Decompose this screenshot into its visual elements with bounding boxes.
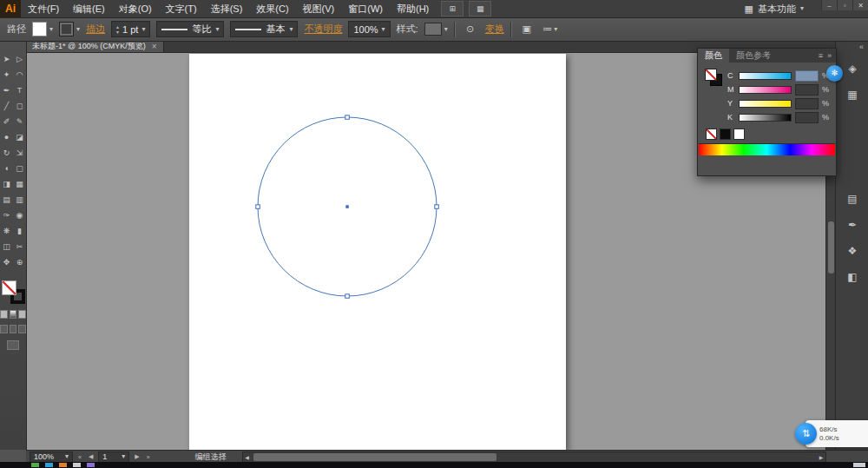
workspace-switcher[interactable]: ▦ 基本功能 ▾ [736, 3, 812, 16]
minimize-button[interactable]: – [821, 0, 837, 10]
artboard-tool[interactable]: ◫ [0, 239, 13, 254]
screen-capture-overlay-icon[interactable]: ✻ [826, 65, 843, 82]
black-swatch-button[interactable] [720, 129, 731, 140]
first-artboard-button[interactable]: « [76, 454, 83, 460]
brushes-panel-icon[interactable]: ✒ [842, 214, 863, 235]
width-tool[interactable]: ◖ [0, 161, 13, 176]
menu-item[interactable]: 对象(O) [112, 0, 159, 17]
graphic-styles-panel-icon[interactable]: ◧ [842, 267, 863, 287]
none-mode-button[interactable] [18, 310, 26, 319]
blend-tool[interactable]: ◉ [13, 208, 26, 223]
adjustments-panel-icon[interactable]: ▦ [842, 84, 863, 105]
stroke-panel-link[interactable]: 描边 [86, 23, 105, 36]
taskbar-app-icon[interactable] [59, 463, 67, 467]
channel-slider[interactable] [739, 100, 792, 108]
tab-color-guide[interactable]: 颜色参考 [729, 49, 778, 63]
blob-brush-tool[interactable]: ● [0, 129, 13, 145]
arrange-documents-icon[interactable]: ⊞ [441, 1, 464, 16]
magic-wand-tool[interactable]: ✦ [0, 67, 13, 82]
perspective-grid-tool[interactable]: ▦ [13, 176, 26, 192]
draw-behind-button[interactable] [10, 325, 17, 333]
zoom-tool[interactable]: ⊕ [13, 254, 26, 270]
channel-slider[interactable] [739, 72, 792, 80]
menu-item[interactable]: 窗口(W) [341, 0, 390, 17]
hand-tool[interactable]: ✥ [0, 254, 13, 270]
tab-color[interactable]: 颜色 [698, 49, 729, 63]
swatches-panel-icon[interactable]: ▤ [842, 188, 863, 209]
stepper-down-icon[interactable]: ▾ [116, 30, 119, 35]
taskbar-app-icon[interactable] [31, 463, 39, 467]
select-similar-objects-icon[interactable]: ≔ ▾ [542, 22, 559, 37]
stepper-icon[interactable]: ▴ ▾ [116, 24, 119, 35]
direct-selection-tool[interactable]: ▷ [13, 51, 26, 67]
stroke-color-control[interactable]: ▾ [59, 22, 80, 36]
symbols-panel-icon[interactable]: ❖ [842, 241, 863, 261]
network-speed-overlay[interactable]: ⇅ 68K/s 0.0K/s [806, 420, 868, 447]
eyedropper-tool[interactable]: ✑ [0, 208, 13, 223]
stroke-color-swatch[interactable] [59, 22, 74, 36]
menu-item[interactable]: 文件(F) [21, 0, 66, 17]
panel-fill-swatch-none[interactable] [705, 69, 717, 81]
fill-swatch-none[interactable] [2, 280, 16, 295]
symbol-sprayer-tool[interactable]: ❋ [0, 223, 13, 239]
paintbrush-tool[interactable]: ✐ [0, 114, 13, 129]
brush-definition-dropdown[interactable]: 基本 ▾ [230, 21, 298, 37]
scrollbar-thumb[interactable] [253, 453, 496, 461]
gradient-mode-button[interactable] [10, 310, 17, 319]
panel-menu-icon[interactable]: ≡ [819, 51, 823, 60]
taskbar-app-icon[interactable] [73, 463, 81, 467]
line-segment-tool[interactable]: ╱ [0, 98, 13, 114]
rectangle-tool[interactable]: ◻ [13, 98, 26, 114]
channel-value-field[interactable] [795, 112, 819, 123]
scroll-right-arrow[interactable]: ▶ [817, 452, 825, 462]
network-speed-icon[interactable]: ⇅ [795, 423, 817, 445]
type-tool[interactable]: T [13, 82, 26, 98]
graphic-style-swatch[interactable] [424, 23, 442, 36]
close-button[interactable]: ✕ [852, 0, 868, 10]
channel-value-field[interactable] [795, 70, 819, 82]
stroke-weight-field[interactable]: ▴ ▾ 1 pt ▾ [111, 21, 150, 37]
artboard-number-dropdown[interactable]: 1 ▾ [98, 452, 129, 463]
pen-tool[interactable]: ✒ [0, 82, 13, 98]
screen-mode-button[interactable] [7, 340, 19, 350]
channel-slider[interactable] [739, 86, 792, 94]
next-artboard-button[interactable]: ▶ [133, 453, 141, 460]
menu-item[interactable]: 视图(V) [296, 0, 342, 17]
eraser-tool[interactable]: ◪ [13, 129, 26, 145]
fill-none-swatch[interactable] [32, 22, 47, 36]
menu-item[interactable]: 效果(C) [249, 0, 295, 17]
last-artboard-button[interactable]: » [145, 454, 152, 460]
draw-normal-button[interactable] [0, 325, 8, 333]
shape-builder-tool[interactable]: ◨ [0, 176, 13, 192]
menu-item[interactable]: 选择(S) [204, 0, 250, 17]
color-spectrum[interactable] [699, 143, 835, 155]
taskbar-tray[interactable] [853, 463, 865, 467]
taskbar-app-icon[interactable] [45, 463, 53, 467]
prev-artboard-button[interactable]: ◀ [87, 453, 95, 460]
width-profile-dropdown[interactable]: 等比 ▾ [156, 21, 224, 37]
opacity-panel-link[interactable]: 不透明度 [304, 23, 342, 36]
document-tab[interactable]: 未标题-1* @ 100% (CMYK/预览) × [26, 41, 164, 52]
none-swatch-button[interactable] [706, 129, 717, 140]
transform-panel-link[interactable]: 变换 [485, 23, 504, 36]
free-transform-tool[interactable]: ▢ [13, 161, 26, 176]
document-layout-icon[interactable]: ▦ [469, 1, 491, 16]
graphic-style-dropdown[interactable]: ▾ [424, 23, 448, 36]
mesh-tool[interactable]: ▤ [0, 192, 13, 208]
column-graph-tool[interactable]: ▮ [13, 223, 26, 239]
selection-tool[interactable]: ➤ [0, 51, 13, 67]
panel-fill-stroke-indicator[interactable] [705, 69, 722, 86]
draw-inside-button[interactable] [18, 325, 26, 333]
horizontal-scrollbar[interactable]: ◀ ▶ [242, 452, 826, 463]
menu-item[interactable]: 文字(T) [159, 0, 204, 17]
gradient-tool[interactable]: ▥ [13, 192, 26, 208]
lasso-tool[interactable]: ◠ [13, 67, 26, 82]
status-indicator[interactable]: 编组选择 [195, 452, 227, 463]
color-mode-button[interactable] [0, 310, 8, 319]
scrollbar-thumb[interactable] [828, 221, 834, 274]
restore-button[interactable]: ▫ [837, 0, 852, 10]
artboard[interactable] [189, 54, 566, 450]
fill-color-control[interactable]: ▾ [32, 22, 53, 36]
isolate-object-icon[interactable]: ▣ [518, 22, 536, 37]
fill-stroke-indicator[interactable] [2, 280, 25, 304]
